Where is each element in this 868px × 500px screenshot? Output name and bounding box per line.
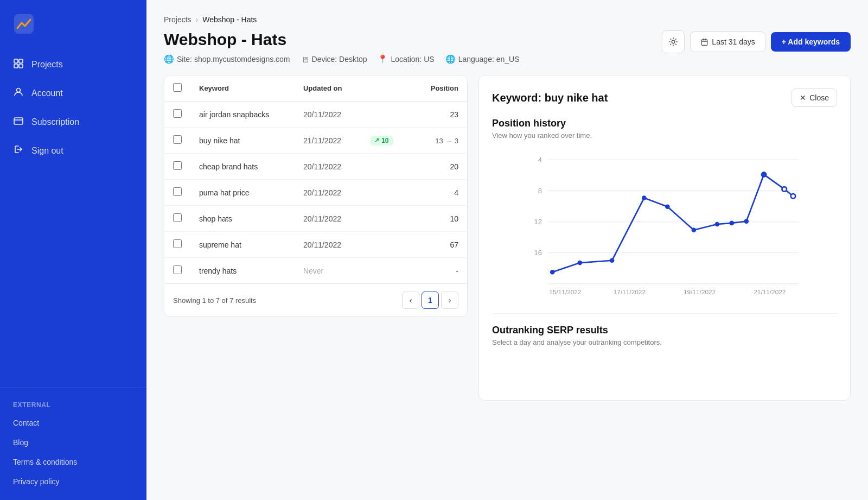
svg-text:19/11/2022: 19/11/2022: [684, 288, 716, 296]
svg-point-28: [715, 222, 720, 227]
keyword-cell: supreme hat: [190, 232, 295, 258]
row-checkbox-0[interactable]: [173, 109, 182, 118]
meta-language: 🌐 Language: en_US: [445, 54, 520, 64]
updated-cell: 20/11/2022: [295, 232, 361, 258]
svg-rect-1: [14, 59, 18, 63]
updated-cell: 20/11/2022: [295, 154, 361, 180]
svg-rect-4: [19, 64, 23, 68]
keyword-cell: puma hat price: [190, 180, 295, 206]
position-badge: ↗ 10: [370, 136, 393, 145]
row-checkbox-3[interactable]: [173, 187, 182, 196]
settings-button[interactable]: [662, 30, 685, 53]
svg-text:12: 12: [534, 218, 541, 226]
keyword-cell: air jordan snapbacks: [190, 102, 295, 128]
page-meta: 🌐 Site: shop.mycustomdesigns.com 🖥 Devic…: [164, 54, 520, 64]
page-1-button[interactable]: 1: [422, 292, 439, 309]
sidebar-bottom: External Contact Blog Terms & conditions…: [0, 388, 146, 500]
badge-cell: ↗ 10: [361, 128, 413, 154]
sidebar-item-projects[interactable]: Projects: [0, 50, 146, 79]
content-layout: Keyword Updated on Position air jordan s…: [164, 75, 851, 401]
badge-cell: [361, 180, 413, 206]
external-section-label: External: [0, 397, 146, 413]
sidebar-item-signout-label: Sign out: [31, 146, 63, 156]
table-row: trendy hatsNever-: [164, 258, 467, 284]
contact-link[interactable]: Contact: [0, 413, 146, 433]
row-checkbox-4[interactable]: [173, 213, 182, 222]
main-content: Projects › Webshop - Hats Webshop - Hats…: [146, 0, 868, 500]
page-title: Webshop - Hats: [164, 30, 520, 49]
sidebar-item-account-label: Account: [31, 88, 63, 98]
svg-point-24: [610, 258, 615, 263]
select-all-checkbox[interactable]: [173, 83, 182, 92]
svg-text:4: 4: [538, 156, 542, 164]
blog-link[interactable]: Blog: [0, 433, 146, 452]
position-cell: 20: [413, 154, 467, 180]
next-page-button[interactable]: ›: [441, 292, 458, 309]
svg-point-5: [17, 88, 21, 92]
terms-link[interactable]: Terms & conditions: [0, 452, 146, 472]
outranking-section: Outranking SERP results Select a day and…: [492, 313, 837, 346]
badge-cell: [361, 102, 413, 128]
outranking-title: Outranking SERP results: [492, 325, 837, 336]
svg-point-27: [692, 227, 697, 232]
breadcrumb-separator: ›: [196, 15, 199, 24]
svg-point-26: [665, 204, 670, 209]
sidebar-item-signout[interactable]: Sign out: [0, 136, 146, 165]
add-keywords-button[interactable]: + Add keywords: [771, 32, 851, 52]
svg-text:21/11/2022: 21/11/2022: [754, 288, 786, 296]
position-cell: 10: [413, 206, 467, 232]
sidebar-item-account[interactable]: Account: [0, 79, 146, 107]
svg-point-31: [761, 172, 767, 178]
table-row: supreme hat20/11/202267: [164, 232, 467, 258]
svg-point-32: [782, 187, 787, 192]
sidebar-item-subscription[interactable]: Subscription: [0, 107, 146, 136]
position-chart: 4 8 12 16 15/11/2022 17/11/2022 19/11/20…: [492, 148, 837, 300]
col-position-header: Position: [413, 75, 467, 102]
meta-location: 📍 Location: US: [378, 54, 434, 64]
keywords-table: Keyword Updated on Position air jordan s…: [164, 75, 467, 283]
results-count: Showing 1 to 7 of 7 results: [173, 296, 256, 305]
row-checkbox-2[interactable]: [173, 161, 182, 170]
page-header: Webshop - Hats 🌐 Site: shop.mycustomdesi…: [164, 30, 851, 64]
breadcrumb-current: Webshop - Hats: [202, 15, 257, 24]
col-badge-header: [361, 75, 413, 102]
detail-panel: Keyword: buy nike hat ✕ Close Position h…: [478, 75, 851, 401]
row-checkbox-5[interactable]: [173, 239, 182, 248]
language-icon: 🌐: [445, 54, 456, 64]
date-range-button[interactable]: Last 31 days: [690, 31, 765, 52]
breadcrumb-projects[interactable]: Projects: [164, 15, 192, 24]
close-detail-button[interactable]: ✕ Close: [792, 88, 837, 107]
svg-rect-3: [14, 64, 18, 68]
meta-device: 🖥 Device: Desktop: [301, 54, 367, 64]
signout-icon: [13, 144, 24, 157]
updated-cell: 20/11/2022: [295, 206, 361, 232]
page-header-actions: Last 31 days + Add keywords: [662, 30, 851, 53]
pagination-controls: ‹ 1 ›: [402, 292, 458, 309]
account-icon: [13, 86, 24, 100]
page-header-left: Webshop - Hats 🌐 Site: shop.mycustomdesi…: [164, 30, 520, 64]
keyword-cell: trendy hats: [190, 258, 295, 284]
badge-cell: [361, 258, 413, 284]
position-cell: 13 → 3: [413, 128, 467, 154]
svg-point-30: [744, 219, 749, 224]
sidebar-item-subscription-label: Subscription: [31, 117, 79, 127]
row-checkbox-1[interactable]: [173, 135, 182, 144]
app-logo: [13, 13, 35, 35]
svg-point-25: [642, 195, 647, 200]
svg-point-23: [578, 261, 583, 265]
row-checkbox-6[interactable]: [173, 265, 182, 274]
position-change: 13 → 3: [435, 137, 458, 145]
keywords-table-card: Keyword Updated on Position air jordan s…: [164, 75, 468, 317]
prev-page-button[interactable]: ‹: [402, 292, 419, 309]
svg-point-33: [791, 194, 796, 199]
col-keyword-header: Keyword: [190, 75, 295, 102]
table-row: air jordan snapbacks20/11/202223: [164, 102, 467, 128]
updated-cell: 20/11/2022: [295, 180, 361, 206]
keyword-cell: shop hats: [190, 206, 295, 232]
sidebar: Projects Account Subscription Sign out E…: [0, 0, 146, 500]
position-cell: 4: [413, 180, 467, 206]
position-cell: 23: [413, 102, 467, 128]
svg-text:16: 16: [534, 249, 541, 257]
updated-cell: 21/11/2022: [295, 128, 361, 154]
privacy-link[interactable]: Privacy policy: [0, 472, 146, 491]
